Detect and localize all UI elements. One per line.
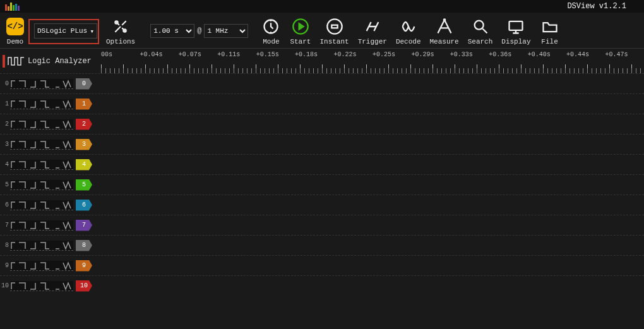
channel-badge[interactable]: 6 <box>76 200 92 211</box>
time-tick: +0.44s <box>566 51 605 58</box>
svg-rect-5 <box>331 25 337 28</box>
time-tick: 00s <box>101 51 140 58</box>
mode-button[interactable]: Mode <box>261 16 281 45</box>
trigger-pattern[interactable] <box>10 119 73 129</box>
channel-index: 2 <box>0 121 10 128</box>
app-logo <box>5 2 20 11</box>
channel-row: 77 <box>0 215 644 235</box>
trigger-button[interactable]: Trigger <box>358 16 387 45</box>
signal-area[interactable] <box>92 195 644 215</box>
time-tick: +0.36s <box>489 51 527 58</box>
options-button[interactable]: Options <box>106 16 135 45</box>
signal-area[interactable] <box>92 114 644 134</box>
svg-point-7 <box>474 21 483 30</box>
channel-row: 22 <box>0 114 644 134</box>
signal-area[interactable] <box>92 74 644 93</box>
time-tick: +0.40s <box>528 51 566 58</box>
time-tick: +0.07s <box>179 51 217 58</box>
annotation-arrow <box>0 296 644 329</box>
channel-index: 9 <box>0 262 10 269</box>
trigger-pattern[interactable] <box>10 220 73 230</box>
time-ruler[interactable]: 00s+0.04s+0.07s+0.11s+0.15s+0.18s+0.22s+… <box>101 49 644 73</box>
channel-badge[interactable]: 3 <box>76 139 92 150</box>
trigger-pattern[interactable] <box>10 281 73 291</box>
trigger-pattern[interactable] <box>10 180 73 190</box>
channel-badge[interactable]: 8 <box>76 240 92 251</box>
duration-select[interactable]: 1.00 s <box>150 24 194 38</box>
frequency-select[interactable]: 1 MHz <box>204 24 248 38</box>
signal-area[interactable] <box>92 135 644 154</box>
channel-row: 44 <box>0 154 644 174</box>
chevron-down-icon: ▾ <box>90 27 94 35</box>
time-tick: +0.11s <box>217 51 256 58</box>
channel-badge[interactable]: 2 <box>76 119 92 130</box>
demo-device-button[interactable]: </> Demo <box>5 16 25 45</box>
search-button[interactable]: Search <box>468 16 493 45</box>
channel-index: 1 <box>0 100 10 107</box>
time-tick: +0.22s <box>334 51 373 58</box>
signal-area[interactable] <box>92 276 644 296</box>
channel-badge[interactable]: 10 <box>76 280 92 292</box>
channel-badge[interactable]: 0 <box>76 78 92 90</box>
channel-index: 8 <box>0 242 10 249</box>
display-icon <box>506 16 526 37</box>
time-tick: +0.04s <box>140 51 178 58</box>
display-button[interactable]: Display <box>501 16 530 45</box>
trigger-pattern[interactable] <box>10 261 73 271</box>
measure-button[interactable]: Measure <box>429 16 458 45</box>
device-select[interactable]: DSLogic PLus ▾ <box>34 23 97 39</box>
signal-area[interactable] <box>92 256 644 275</box>
app-title: DSView v1.2.1 <box>567 2 626 11</box>
channel-index: 3 <box>0 141 10 148</box>
start-button[interactable]: Start <box>290 16 311 45</box>
signal-area[interactable] <box>92 94 644 114</box>
channel-index: 10 <box>0 282 10 289</box>
instant-icon <box>325 16 345 37</box>
waveform-icon <box>8 56 25 67</box>
channel-row: 11 <box>0 93 644 114</box>
channel-badge[interactable]: 4 <box>76 159 92 170</box>
channel-row: 00 <box>0 73 644 93</box>
at-label: @ <box>197 27 201 35</box>
channel-row: 55 <box>0 174 644 194</box>
channel-badge[interactable]: 1 <box>76 99 92 110</box>
tools-icon <box>110 16 131 37</box>
channel-index: 7 <box>0 222 10 229</box>
trigger-pattern[interactable] <box>10 140 73 150</box>
measure-icon <box>434 16 455 37</box>
mode-icon <box>261 16 281 37</box>
time-tick: +0.29s <box>411 51 450 58</box>
svg-point-4 <box>327 19 342 33</box>
channel-index: 6 <box>0 201 10 208</box>
trigger-pattern[interactable] <box>10 200 73 210</box>
marker-bar <box>3 55 5 68</box>
robot-icon: </> <box>6 18 24 35</box>
channel-row: 1010 <box>0 275 644 296</box>
time-tick: +0.47s <box>605 51 643 58</box>
time-tick: +0.25s <box>373 51 411 58</box>
signal-area[interactable] <box>92 175 644 194</box>
signal-area[interactable] <box>92 236 644 255</box>
svg-rect-8 <box>510 21 523 30</box>
trigger-icon <box>362 16 383 37</box>
channel-badge[interactable]: 7 <box>76 220 92 231</box>
signal-area[interactable] <box>92 215 644 235</box>
trigger-pattern[interactable] <box>10 99 73 109</box>
channel-index: 0 <box>0 80 10 87</box>
channel-row: 88 <box>0 235 644 255</box>
analyzer-label: Logic Analyzer <box>28 57 92 66</box>
channel-badge[interactable]: 9 <box>76 260 92 272</box>
channel-row: 33 <box>0 134 644 154</box>
instant-button[interactable]: Instant <box>319 16 349 45</box>
channel-badge[interactable]: 5 <box>76 179 92 191</box>
trigger-pattern[interactable] <box>10 79 73 89</box>
signal-area[interactable] <box>92 155 644 174</box>
channel-index: 4 <box>0 161 10 168</box>
trigger-pattern[interactable] <box>10 241 73 251</box>
time-tick: +0.33s <box>450 51 489 58</box>
decode-button[interactable]: Decode <box>396 16 421 45</box>
svg-point-6 <box>443 19 444 20</box>
channel-row: 66 <box>0 194 644 215</box>
file-button[interactable]: File <box>540 16 560 45</box>
trigger-pattern[interactable] <box>10 160 73 170</box>
